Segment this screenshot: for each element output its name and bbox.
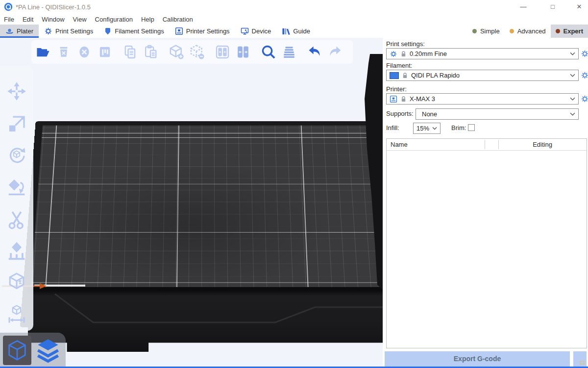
printer-combo[interactable]: X-MAX 3 [386,93,579,105]
mode-simple[interactable]: Simple [467,25,505,38]
measure-gizmo-button[interactable] [7,304,26,323]
print-settings-combo[interactable]: 0.20mm Fine [386,48,579,59]
tab-label: Print Settings [55,27,93,35]
send-to-printer-icon [580,361,585,365]
tab-printer-settings[interactable]: Printer Settings [170,25,235,38]
menu-configuration[interactable]: Configuration [95,16,133,23]
paint-supports-icon [7,241,26,261]
printer-label: Printer: [386,85,407,93]
mode-label: Advanced [517,27,546,35]
tab-device[interactable]: Device [235,25,277,38]
printer-icon [175,27,183,35]
tab-filament-settings[interactable]: Filament Settings [98,25,169,38]
menu-bar: File Edit Window View Configuration Help… [0,14,588,25]
mode-label: Expert [564,27,583,35]
supports-label: Supports: [386,110,414,117]
infill-value: 15% [416,125,429,132]
scene-3d [0,38,383,367]
lock-icon [400,51,407,57]
export-gcode-button[interactable]: Export G-code [385,351,570,367]
chevron-down-icon [570,112,575,116]
expert-mode-dot-icon [556,29,560,33]
guide-icon [282,27,290,35]
infill-label: Infill: [386,124,399,131]
chevron-down-icon [570,74,575,77]
scale-gizmo-button[interactable] [7,114,26,134]
tab-guide[interactable]: Guide [276,25,316,38]
brim-label: Brim: [451,124,466,131]
menu-help[interactable]: Help [141,16,154,23]
export-options-button[interactable] [573,351,587,367]
chevron-down-icon [570,52,575,55]
maximize-button[interactable]: □ [543,0,563,14]
object-list-table[interactable]: Name Editing [386,138,587,348]
gear-icon [44,27,52,35]
scale-icon [7,114,26,134]
mode-label: Simple [480,27,500,35]
minimize-button[interactable]: — [514,0,533,14]
gear-icon [390,50,397,58]
column-separator [485,140,485,149]
filament-value: QIDI PLA Rapido [411,72,460,79]
menu-file[interactable]: File [4,16,14,23]
filament-combo[interactable]: QIDI PLA Rapido [386,70,579,81]
app-window: *PA Line - QIDISlicer-1.0.5 — □ ✕ File E… [0,0,588,368]
mode-selector: Simple Advanced Expert [467,25,588,38]
move-icon [7,81,26,101]
preview-view-button[interactable] [33,336,63,365]
brim-checkbox[interactable] [468,124,475,131]
filament-icon [104,27,112,35]
printer-gear-button[interactable] [581,95,588,103]
menu-window[interactable]: Window [42,16,64,23]
printer-icon [390,95,397,103]
tab-label: Device [252,27,271,35]
object-list-header: Name Editing [387,139,587,151]
seam-paint-gizmo-button[interactable] [7,272,26,292]
supports-value: None [419,110,437,118]
menu-calibration[interactable]: Calibration [163,16,193,23]
gear-icon [581,50,588,58]
tab-label: Filament Settings [115,27,164,35]
seam-painting-icon [7,272,26,292]
filament-color-swatch [390,72,399,79]
column-header-name: Name [391,141,408,148]
move-gizmo-button[interactable] [7,81,26,101]
window-title: *PA Line - QIDISlicer-1.0.5 [16,3,91,11]
infill-combo[interactable]: 15% [413,123,441,134]
viewport-3d[interactable] [0,38,383,367]
simple-mode-dot-icon [472,29,477,33]
tab-label: Guide [293,27,310,35]
menu-edit[interactable]: Edit [23,16,33,23]
supports-combo[interactable]: None [416,108,579,120]
mode-advanced[interactable]: Advanced [505,25,551,38]
settings-panel: Print settings: 0.20mm Fine Filament: [383,38,588,367]
3d-editor-view-button[interactable] [3,336,31,365]
plater-icon [5,27,14,35]
print-settings-label: Print settings: [386,40,425,48]
gear-icon [581,71,588,79]
measure-icon [7,304,26,323]
cut-gizmo-button[interactable] [7,210,26,230]
tab-plater[interactable]: Plater [0,25,39,38]
chevron-down-icon [570,97,575,101]
mode-expert[interactable]: Expert [551,25,588,38]
rotate-gizmo-button[interactable] [7,145,26,164]
3d-editor-cube-icon [6,339,28,362]
rotate-icon [7,145,26,164]
tab-print-settings[interactable]: Print Settings [39,25,98,38]
filament-gear-button[interactable] [581,71,588,79]
app-logo-icon [4,2,13,11]
printer-value: X-MAX 3 [410,95,435,103]
lock-icon [402,72,408,79]
place-on-face-icon [7,178,26,197]
column-separator [498,140,499,149]
column-header-editing: Editing [498,141,587,148]
print-settings-gear-button[interactable] [581,50,588,58]
tab-bar: Plater Print Settings Filament Settings … [0,25,588,38]
place-on-face-gizmo-button[interactable] [7,178,26,197]
close-button[interactable]: ✕ [569,0,588,14]
print-settings-value: 0.20mm Fine [410,50,447,57]
chevron-down-icon [432,127,437,130]
support-paint-gizmo-button[interactable] [7,241,26,261]
menu-view[interactable]: View [73,16,87,23]
